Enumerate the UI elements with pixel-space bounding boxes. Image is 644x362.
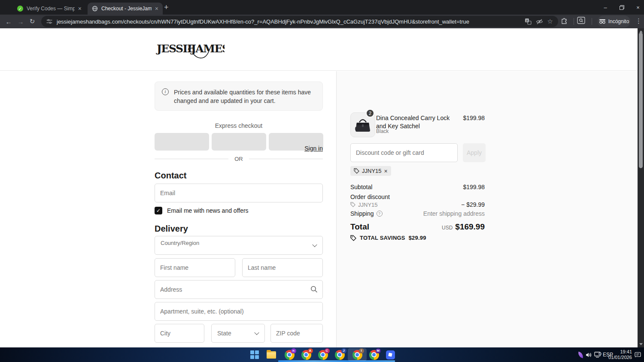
tab-close-icon[interactable]: × <box>78 6 82 12</box>
profile-badge: A <box>308 348 313 353</box>
subtotal-row: Subtotal $199.98 <box>350 184 485 190</box>
shipping-label-wrap: Shipping ? <box>350 210 383 217</box>
or-divider: OR <box>155 156 323 162</box>
apartment-input[interactable] <box>155 302 323 321</box>
zip-input[interactable] <box>270 324 323 343</box>
express-pay-button-skeleton[interactable] <box>212 133 266 151</box>
tab-close-icon[interactable]: × <box>155 6 158 12</box>
country-select[interactable]: Country/Region <box>155 236 323 255</box>
total-label: Total <box>350 222 369 232</box>
chrome-icon: J <box>335 350 345 360</box>
side-search-icon[interactable] <box>577 17 585 24</box>
tray-quill-icon[interactable] <box>577 347 584 362</box>
tab-title: Checkout - JessieJames Handba <box>101 6 152 12</box>
eye-off-icon[interactable] <box>536 18 543 25</box>
volume-icon[interactable] <box>584 347 593 362</box>
chevron-down-icon <box>312 242 317 247</box>
forward-button-icon[interactable]: → <box>15 17 26 26</box>
cart-change-banner: i Prices and available quantities for th… <box>155 81 323 111</box>
file-explorer-button[interactable] <box>266 350 276 360</box>
window-close-button[interactable]: × <box>629 0 644 15</box>
country-label: Country/Region <box>161 240 199 246</box>
site-settings-icon[interactable] <box>46 18 52 24</box>
chrome-profile-j-button[interactable]: J <box>334 350 345 360</box>
savings-label: TOTAL SAVINGS <box>360 235 405 241</box>
svg-text:JAMES: JAMES <box>190 42 225 55</box>
shipping-label: Shipping <box>350 210 374 217</box>
shipping-value: Enter shipping address <box>423 210 485 217</box>
discount-chip[interactable]: JJNY15 × <box>350 166 391 176</box>
sign-in-link[interactable]: Sign in <box>295 145 323 152</box>
product-variant: Black <box>376 128 389 134</box>
extensions-puzzle-icon[interactable] <box>561 17 568 24</box>
newsletter-checkbox[interactable]: ✓ <box>155 207 162 214</box>
address-bar[interactable]: jessiejameshandbags.com/checkouts/cn/hWN… <box>41 16 558 27</box>
roblox-icon <box>386 350 395 359</box>
chevron-down-icon <box>254 330 259 335</box>
tab-checkout[interactable]: Checkout - JessieJames Handba × <box>88 3 163 15</box>
state-select[interactable]: State <box>211 324 265 343</box>
address-input[interactable] <box>155 280 323 299</box>
tab-simplycodes[interactable]: ✓ Verify Codes — SimplyCodes × <box>13 3 86 15</box>
incognito-label: Incógnito <box>608 18 629 24</box>
start-button[interactable] <box>249 350 260 360</box>
total-savings-row: TOTAL SAVINGS $29.99 <box>350 235 426 241</box>
address-field-wrap <box>155 280 323 299</box>
page-scrollbar[interactable] <box>638 28 644 347</box>
bookmark-star-icon[interactable]: ☆ <box>547 18 553 25</box>
newsletter-label: Email me with news and offers <box>167 207 249 214</box>
scrollbar-thumb[interactable] <box>639 33 643 168</box>
email-input[interactable] <box>155 184 323 202</box>
chrome-profile-a-button[interactable]: A <box>301 350 311 360</box>
window-minimize-button[interactable]: – <box>597 0 614 15</box>
wallpaper-streak <box>278 360 395 362</box>
express-pay-button-skeleton[interactable] <box>155 133 209 151</box>
chrome-icon: M <box>369 350 379 360</box>
incognito-icon <box>599 19 606 24</box>
shipping-row: Shipping ? Enter shipping address <box>350 210 485 217</box>
globe-favicon-icon <box>92 6 98 12</box>
folder-icon <box>267 351 276 359</box>
city-input[interactable] <box>155 324 204 343</box>
last-name-input[interactable] <box>242 258 323 277</box>
roblox-button[interactable] <box>385 350 395 360</box>
toolbar-divider <box>592 18 592 25</box>
express-checkout-label: Express checkout <box>155 122 323 129</box>
window-restore-button[interactable] <box>613 0 630 15</box>
tag-icon <box>350 202 355 207</box>
remove-discount-icon[interactable]: × <box>384 168 388 175</box>
delivery-heading: Delivery <box>155 224 188 234</box>
discount-amount: − $29.99 <box>461 201 485 208</box>
chrome-profile-m-button[interactable]: M <box>369 350 379 360</box>
browser-tab-strip: ✓ Verify Codes — SimplyCodes × Checkout … <box>0 0 644 15</box>
subtotal-label: Subtotal <box>350 184 372 190</box>
first-name-input[interactable] <box>155 258 235 277</box>
screen: ✓ Verify Codes — SimplyCodes × Checkout … <box>0 0 644 362</box>
taskbar-clock[interactable]: 19:41 01/01/2026 <box>613 347 632 362</box>
new-tab-button[interactable]: + <box>164 3 169 11</box>
windows-logo-icon <box>250 350 259 359</box>
apply-discount-button[interactable]: Apply <box>463 143 486 162</box>
chrome-profile-c-button[interactable]: C <box>318 350 328 360</box>
translate-icon[interactable]: A <box>525 18 532 25</box>
notification-center-icon[interactable] <box>633 347 642 362</box>
discount-code-input[interactable] <box>350 143 458 162</box>
back-button-icon[interactable]: ← <box>3 17 14 26</box>
order-discount-row: Order discount <box>350 193 485 200</box>
savings-tag-icon <box>350 235 356 241</box>
simplycodes-favicon-icon: ✓ <box>17 6 23 12</box>
chrome-profile-n-button[interactable]: n <box>284 350 295 360</box>
newsletter-optin[interactable]: ✓ Email me with news and offers <box>155 207 249 214</box>
svg-text:A: A <box>526 19 529 23</box>
jessiejames-logo[interactable]: JESSIE ✗ JAMES <box>156 38 225 62</box>
browser-menu-icon[interactable]: ⋮ <box>635 17 642 25</box>
shipping-help-icon[interactable]: ? <box>377 211 383 217</box>
reload-button-icon[interactable]: ↻ <box>27 17 37 26</box>
network-display-icon[interactable] <box>593 347 602 362</box>
quantity-badge: 2 <box>366 109 374 118</box>
scroll-down-icon[interactable] <box>639 343 643 345</box>
handbag-image <box>354 117 371 133</box>
chrome-profile-i-button-active[interactable]: I <box>352 350 362 360</box>
tab-title: Verify Codes — SimplyCodes <box>27 6 75 12</box>
toolbar-divider <box>574 18 574 25</box>
